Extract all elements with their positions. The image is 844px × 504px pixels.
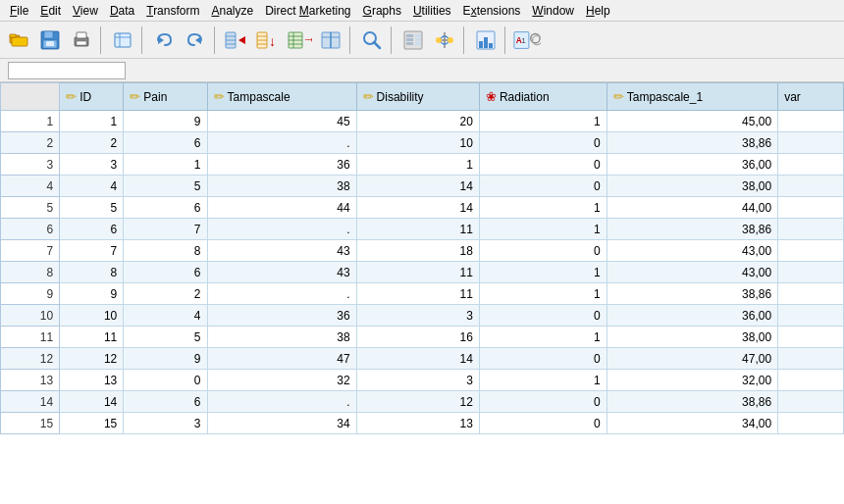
cell-tampascale_1[interactable]: 38,86 [607, 391, 777, 413]
table-row[interactable]: 226.10038,86 [1, 132, 844, 154]
cell-var[interactable] [778, 154, 844, 176]
cell-id[interactable]: 12 [60, 348, 124, 370]
cell-tampascale[interactable]: 38 [207, 327, 356, 348]
cell-pain[interactable]: 9 [124, 348, 207, 370]
table-row[interactable]: 992.11138,86 [1, 283, 844, 305]
col-header-tampascale[interactable]: ✏ Tampascale [207, 83, 356, 111]
cell-radiation[interactable]: 1 [479, 197, 607, 219]
cell-radiation[interactable]: 0 [479, 132, 607, 154]
table-row[interactable]: 667.11138,86 [1, 219, 844, 240]
table-row[interactable]: 331361036,00 [1, 154, 844, 176]
cell-tampascale[interactable]: . [207, 283, 356, 305]
insert-variable-button[interactable]: → [285, 25, 314, 55]
cell-input[interactable] [8, 62, 126, 79]
cell-disability[interactable]: 1 [356, 154, 479, 176]
cell-id[interactable]: 9 [60, 283, 124, 305]
cell-radiation[interactable]: 0 [479, 391, 607, 413]
table-row[interactable]: 121294714047,00 [1, 348, 844, 370]
cell-tampascale[interactable]: 32 [207, 370, 356, 391]
cell-pain[interactable]: 6 [124, 262, 207, 283]
cell-var[interactable] [778, 111, 844, 132]
col-header-var[interactable]: var [778, 83, 844, 111]
cell-disability[interactable]: 13 [356, 413, 479, 434]
menu-direct-marketing[interactable]: Direct Marketing [259, 2, 356, 20]
cell-disability[interactable]: 14 [356, 348, 479, 370]
cell-var[interactable] [778, 219, 844, 240]
table-row[interactable]: 8864311143,00 [1, 262, 844, 283]
cell-disability[interactable]: 20 [356, 111, 479, 132]
col-header-disability[interactable]: ✏ Disability [356, 83, 479, 111]
cell-id[interactable]: 6 [60, 219, 124, 240]
cell-tampascale_1[interactable]: 45,00 [607, 111, 777, 132]
cell-tampascale_1[interactable]: 38,00 [607, 176, 777, 197]
cell-radiation[interactable]: 0 [479, 240, 607, 262]
cell-tampascale[interactable]: 38 [207, 176, 356, 197]
table-row[interactable]: 14146.12038,86 [1, 391, 844, 413]
split-file-button[interactable] [316, 25, 345, 55]
cell-pain[interactable]: 0 [124, 370, 207, 391]
undo-button[interactable] [149, 25, 179, 55]
cell-tampascale[interactable]: . [207, 391, 356, 413]
table-row[interactable]: 13130323132,00 [1, 370, 844, 391]
menu-utilities[interactable]: Utilities [407, 2, 457, 20]
cell-tampascale[interactable]: 44 [207, 197, 356, 219]
variable-view-button[interactable] [108, 25, 137, 55]
cell-var[interactable] [778, 132, 844, 154]
menu-window[interactable]: Window [526, 2, 580, 20]
cell-radiation[interactable]: 0 [479, 176, 607, 197]
cell-radiation[interactable]: 1 [479, 219, 607, 240]
save-button[interactable] [35, 25, 65, 55]
cell-radiation[interactable]: 1 [479, 283, 607, 305]
redo-button[interactable] [181, 25, 210, 55]
cell-disability[interactable]: 3 [356, 305, 479, 327]
cell-radiation[interactable]: 0 [479, 348, 607, 370]
menu-transform[interactable]: Transform [140, 2, 205, 20]
cell-tampascale_1[interactable]: 38,86 [607, 132, 777, 154]
table-row[interactable]: 5564414144,00 [1, 197, 844, 219]
cell-tampascale[interactable]: . [207, 132, 356, 154]
cell-tampascale[interactable]: 34 [207, 413, 356, 434]
cell-disability[interactable]: 11 [356, 219, 479, 240]
cell-disability[interactable]: 14 [356, 176, 479, 197]
cell-radiation[interactable]: 1 [479, 327, 607, 348]
cell-radiation[interactable]: 0 [479, 413, 607, 434]
table-row[interactable]: 10104363036,00 [1, 305, 844, 327]
menu-edit[interactable]: Edit [34, 2, 67, 20]
cell-id[interactable]: 8 [60, 262, 124, 283]
cell-pain[interactable]: 1 [124, 154, 207, 176]
cell-id[interactable]: 15 [60, 413, 124, 434]
cell-radiation[interactable]: 1 [479, 370, 607, 391]
table-row[interactable]: 1194520145,00 [1, 111, 844, 132]
cell-tampascale_1[interactable]: 38,86 [607, 283, 777, 305]
cell-var[interactable] [778, 176, 844, 197]
menu-view[interactable]: View [67, 2, 104, 20]
cell-tampascale[interactable]: 36 [207, 305, 356, 327]
menu-help[interactable]: Help [580, 2, 616, 20]
cell-id[interactable]: 14 [60, 391, 124, 413]
chart-builder-button[interactable] [471, 25, 501, 55]
cell-id[interactable]: 2 [60, 132, 124, 154]
cell-pain[interactable]: 6 [124, 391, 207, 413]
cell-tampascale[interactable]: 36 [207, 154, 356, 176]
cell-tampascale_1[interactable]: 36,00 [607, 305, 777, 327]
cell-tampascale_1[interactable]: 38,86 [607, 219, 777, 240]
cell-pain[interactable]: 5 [124, 327, 207, 348]
table-row[interactable]: 151533413034,00 [1, 413, 844, 434]
cell-id[interactable]: 10 [60, 305, 124, 327]
menu-file[interactable]: File [4, 2, 34, 20]
cell-pain[interactable]: 4 [124, 305, 207, 327]
cell-id[interactable]: 13 [60, 370, 124, 391]
cell-pain[interactable]: 9 [124, 111, 207, 132]
cell-tampascale_1[interactable]: 44,00 [607, 197, 777, 219]
cell-pain[interactable]: 3 [124, 413, 207, 434]
cell-disability[interactable]: 11 [356, 262, 479, 283]
cell-tampascale_1[interactable]: 32,00 [607, 370, 777, 391]
cell-var[interactable] [778, 348, 844, 370]
col-header-id[interactable]: ✏ ID [60, 83, 124, 111]
weight-cases-button[interactable] [430, 25, 459, 55]
cell-tampascale_1[interactable]: 43,00 [607, 262, 777, 283]
cell-radiation[interactable]: 1 [479, 262, 607, 283]
cell-pain[interactable]: 6 [124, 197, 207, 219]
cell-radiation[interactable]: 0 [479, 305, 607, 327]
menu-analyze[interactable]: Analyze [205, 2, 259, 20]
